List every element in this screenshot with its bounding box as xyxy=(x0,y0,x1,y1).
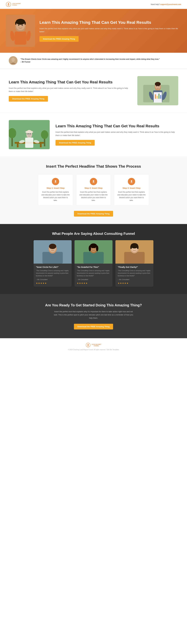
cta-headline: Are You Ready To Get Started Doing This … xyxy=(9,303,178,308)
process-headline: Insert The Perfect Headline That Shows T… xyxy=(9,164,178,169)
feature-left-section: Learn This Amazing Thing That Can Get Yo… xyxy=(0,69,187,112)
svg-point-71 xyxy=(89,246,91,251)
feature-left-cta-button[interactable]: Download the FREE Amazing Thing xyxy=(9,96,48,102)
testimonial-card-3: "Finally Got Clarity!" "The Consulting C… xyxy=(116,240,154,287)
testimonial-author-3: – Ms Consultant xyxy=(118,278,151,281)
testimonial-quote-1: "The Consulting Circle is amazing and I … xyxy=(36,270,69,277)
svg-rect-27 xyxy=(155,94,156,99)
feature-left-text: Learn This Amazing Thing That Can Get Yo… xyxy=(9,80,132,102)
feature-right-image xyxy=(9,120,50,149)
testimonial-stars-2: ★★★★★ xyxy=(77,282,110,284)
feature-right-cta-button[interactable]: Download the FREE Amazing Thing xyxy=(56,140,95,146)
testimonial-image-2 xyxy=(74,240,112,264)
site-footer: LEAD MAGNET FUNNEL © 2024 Coaching Lead … xyxy=(0,338,187,355)
support-email-link[interactable]: support@yourbrand.com xyxy=(160,3,181,6)
testimonials-headline: What People Are Saying About Consulting … xyxy=(9,231,178,236)
hero-image xyxy=(6,15,35,47)
header-support: Need help? support@yourbrand.com xyxy=(151,3,181,6)
step-label-2: Step 2: Insert Step xyxy=(79,187,108,189)
footer-logo: LEAD MAGNET FUNNEL xyxy=(6,343,181,348)
hero-cta-button[interactable]: Download the FREE Amazing Thing xyxy=(40,36,78,42)
svg-rect-34 xyxy=(40,144,42,147)
testimonial-author-2: – Mr Consultant xyxy=(77,278,110,281)
site-header: LEAD MAGNET FUNNEL Need help? support@yo… xyxy=(0,0,187,9)
svg-point-7 xyxy=(22,24,23,26)
steps-grid: Step 1: Insert Step Insert the perfect t… xyxy=(9,174,178,206)
svg-rect-74 xyxy=(124,252,145,264)
step-body-3: Insert the perfect text that explains an… xyxy=(117,191,146,202)
svg-point-15 xyxy=(12,58,14,61)
feature-left-headline: Learn This Amazing Thing That Can Get Yo… xyxy=(9,80,132,85)
svg-rect-81 xyxy=(137,246,138,249)
testimonial-stars-1: ★★★★★ xyxy=(36,282,69,284)
testimonial-stars-3: ★★★★★ xyxy=(118,282,151,284)
svg-point-72 xyxy=(96,246,98,251)
svg-rect-30 xyxy=(160,95,161,99)
footer-logo-text: LEAD MAGNET FUNNEL xyxy=(92,344,101,346)
testimonial-quote-3: "The Consulting Circle is amazing and I … xyxy=(118,270,151,277)
process-cta-button[interactable]: Download the FREE Amazing Thing xyxy=(74,211,113,216)
logo: LEAD MAGNET FUNNEL xyxy=(6,2,21,7)
testimonial-attribution: – Mr Funnel xyxy=(20,61,30,63)
step-icon-1 xyxy=(52,178,59,185)
testimonial-author-1: – Ms Consultant xyxy=(36,278,69,281)
svg-point-1 xyxy=(8,3,9,4)
svg-point-47 xyxy=(30,133,31,134)
svg-rect-41 xyxy=(25,138,33,148)
feature-right-body: Insert the perfect text that explains wh… xyxy=(56,130,178,137)
testimonial-quote-2: "The Consulting Circle is amazing and I … xyxy=(77,270,110,277)
testimonial-title-2: "So Grateful For This!" xyxy=(77,266,110,268)
step-body-2: Insert the perfect text that explains an… xyxy=(79,191,108,202)
svg-point-6 xyxy=(18,24,19,26)
testimonials-grid: "Inner Circle For Life!!" "The Consultin… xyxy=(9,240,178,287)
svg-rect-65 xyxy=(83,252,104,264)
testimonial-avatar xyxy=(9,56,18,65)
feature-left-image xyxy=(137,76,178,105)
hero-content: Learn This Amazing Thing That Can Get Yo… xyxy=(40,20,181,42)
step-icon-3 xyxy=(128,178,135,185)
svg-rect-28 xyxy=(156,96,158,99)
footer-logo-icon xyxy=(86,343,90,348)
testimonial-image-1 xyxy=(34,240,72,264)
testimonials-section: What People Are Saying About Consulting … xyxy=(0,224,187,294)
feature-right-headline: Learn This Amazing Thing That Can Get Yo… xyxy=(56,124,178,129)
step-icon-2 xyxy=(90,178,97,185)
testimonial-quote: "The Dream Clients Inner Circle was amaz… xyxy=(20,58,160,64)
svg-point-23 xyxy=(155,82,161,86)
step-body-1: Insert the perfect text that explains an… xyxy=(41,191,70,202)
svg-point-53 xyxy=(131,180,132,182)
feature-right-section: Learn This Amazing Thing That Can Get Yo… xyxy=(0,113,187,156)
testimonial-body-2: "So Grateful For This!" "The Consulting … xyxy=(74,264,112,287)
hero-headline: Learn This Amazing Thing That Can Get Yo… xyxy=(40,20,181,25)
svg-point-70 xyxy=(90,244,97,248)
testimonial-title-1: "Inner Circle For Life!!" xyxy=(36,266,69,268)
svg-rect-9 xyxy=(15,22,16,25)
svg-point-63 xyxy=(49,244,56,249)
svg-rect-10 xyxy=(24,22,26,25)
testimonial-bar: "The Dream Clients Inner Circle was amaz… xyxy=(0,53,187,69)
testimonial-title-3: "Finally Got Clarity!" xyxy=(118,266,151,268)
step-label-1: Step 1: Insert Step xyxy=(41,187,70,189)
testimonial-card-2: "So Grateful For This!" "The Consulting … xyxy=(74,240,112,287)
hero-section: Learn This Amazing Thing That Can Get Yo… xyxy=(0,9,187,53)
step-label-3: Step 3: Insert Step xyxy=(117,187,146,189)
step-card-3: Step 3: Insert Step Insert the perfect t… xyxy=(114,174,149,206)
step-card-2: Step 2: Insert Step Insert the perfect t… xyxy=(76,174,111,206)
svg-point-52 xyxy=(93,180,94,182)
svg-rect-80 xyxy=(130,246,132,249)
testimonial-card-1: "Inner Circle For Life!!" "The Consultin… xyxy=(34,240,72,287)
svg-point-51 xyxy=(55,180,56,182)
step-card-1: Step 1: Insert Step Insert the perfect t… xyxy=(38,174,73,206)
testimonial-body-1: "Inner Circle For Life!!" "The Consultin… xyxy=(34,264,72,287)
svg-rect-4 xyxy=(14,32,26,45)
cta-button[interactable]: Download the FREE Amazing Thing xyxy=(74,324,113,330)
logo-icon xyxy=(6,2,11,7)
feature-right-text: Learn This Amazing Thing That Can Get Yo… xyxy=(56,124,178,146)
svg-rect-29 xyxy=(158,94,160,99)
svg-point-38 xyxy=(41,130,48,139)
svg-point-8 xyxy=(16,19,25,25)
logo-text: LEAD MAGNET FUNNEL xyxy=(12,3,21,6)
feature-left-body: Insert the perfect text that explains wh… xyxy=(9,86,132,93)
svg-point-83 xyxy=(88,344,88,345)
footer-copyright: © 2024 Coaching Lead Magnet Funnel. All … xyxy=(6,349,181,350)
